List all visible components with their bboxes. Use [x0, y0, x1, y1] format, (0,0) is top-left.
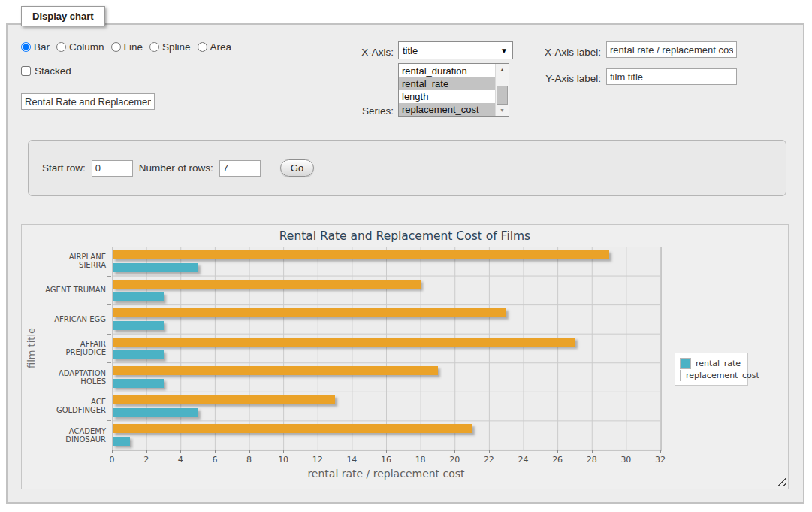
stacked-checkbox-row[interactable]: Stacked	[21, 65, 71, 77]
bar-replacement_cost	[113, 366, 438, 375]
scroll-down-icon[interactable]: ▼	[496, 105, 509, 116]
x-tick-label: 32	[655, 455, 666, 465]
y-category-label: AIRPLANE SIERRA	[40, 247, 106, 276]
series-scrollbar[interactable]: ▲ ▼	[495, 64, 509, 116]
y-category-label: AFRICAN EGG	[40, 304, 106, 334]
chart-type-radios: BarColumnLineSplineArea	[21, 41, 238, 53]
x-axis-tick	[352, 450, 352, 453]
series-option-rental_duration[interactable]: rental_duration	[399, 65, 495, 77]
y-axis-tick	[107, 247, 111, 247]
radio-label: Line	[124, 41, 143, 53]
series-option-replacement_cost[interactable]: replacement_cost	[399, 103, 495, 116]
y-axis-tick	[107, 450, 111, 450]
x-axis-tick	[660, 450, 661, 453]
resize-handle-icon[interactable]	[777, 477, 786, 486]
start-row-label: Start row:	[42, 162, 86, 174]
bar-replacement_cost	[113, 424, 472, 433]
bar-rental_rate	[113, 321, 164, 330]
x-axis-tick	[386, 450, 387, 453]
x-tick-label: 18	[415, 455, 426, 465]
x-axis-tick	[454, 450, 455, 453]
start-row-input[interactable]	[92, 160, 133, 177]
row-range-panel: Start row: Number of rows: Go	[28, 140, 786, 196]
y-axis-tick	[107, 304, 111, 305]
y-category-label: ACADEMY DINOSAUR	[40, 420, 106, 450]
legend-label: rental_rate	[696, 359, 741, 368]
bar-rental_rate	[113, 350, 164, 359]
chart-type-option-line[interactable]: Line	[111, 41, 143, 53]
display-chart-legend: Display chart	[21, 6, 105, 26]
chart-type-option-bar[interactable]: Bar	[21, 41, 50, 53]
x-axis-tick	[626, 450, 626, 453]
x-axis-tick	[489, 450, 490, 453]
legend-swatch-icon	[680, 358, 691, 369]
scrollbar-thumb[interactable]	[497, 86, 508, 105]
stacked-checkbox[interactable]	[21, 66, 31, 76]
x-tick-label: 20	[449, 455, 460, 465]
y-axis-tick	[107, 276, 111, 277]
legend-item: replacement_cost	[680, 369, 747, 381]
stacked-label: Stacked	[35, 65, 71, 77]
num-rows-label: Number of rows:	[139, 162, 213, 174]
bar-replacement_cost	[113, 308, 506, 317]
series-options: rental_durationrental_ratelengthreplacem…	[399, 64, 495, 116]
chart-title-input[interactable]	[21, 93, 155, 110]
chart-legend: rental_ratereplacement_cost	[675, 353, 748, 386]
x-axis-tick	[592, 450, 593, 453]
x-tick-label: 22	[484, 455, 494, 465]
legend-swatch-icon	[680, 370, 681, 381]
x-tick-label: 14	[346, 455, 357, 465]
radio-label: Bar	[34, 41, 50, 53]
x-axis-label-input[interactable]	[606, 41, 737, 58]
x-tick-label: 24	[518, 455, 529, 465]
go-button[interactable]: Go	[280, 159, 314, 177]
x-tick-label: 10	[278, 455, 288, 465]
bar-rental_rate	[113, 263, 198, 272]
x-axis-select[interactable]: title ▼	[398, 41, 513, 59]
page: Display chart BarColumnLineSplineArea St…	[0, 0, 812, 512]
x-tick-label: 12	[312, 455, 323, 465]
radio-icon[interactable]	[111, 42, 121, 52]
x-axis-tick	[180, 450, 181, 453]
legend-item: rental_rate	[680, 357, 747, 369]
radio-label: Area	[210, 41, 232, 53]
chart-title: Rental Rate and Replacement Cost of Film…	[22, 229, 788, 243]
series-option-rental_rate[interactable]: rental_rate	[399, 77, 495, 90]
y-axis-label-label: Y-Axis label:	[521, 73, 601, 84]
plot-area	[112, 247, 662, 451]
chart-type-option-column[interactable]: Column	[56, 41, 104, 53]
chart-type-option-spline[interactable]: Spline	[149, 41, 191, 53]
bar-rental_rate	[113, 292, 164, 301]
series-option-length[interactable]: length	[399, 90, 495, 103]
y-category-label: ADAPTATION HOLES	[40, 362, 106, 392]
bar-replacement_cost	[113, 338, 575, 347]
radio-icon[interactable]	[149, 42, 159, 52]
num-rows-input[interactable]	[219, 160, 261, 177]
radio-icon[interactable]	[198, 42, 207, 52]
radio-icon[interactable]	[56, 42, 66, 52]
radio-label: Column	[69, 41, 104, 53]
y-axis-tick	[107, 420, 111, 421]
x-axis-selected-value: title	[403, 45, 418, 56]
y-category-label: AGENT TRUMAN	[40, 276, 106, 305]
series-multiselect[interactable]: rental_durationrental_ratelengthreplacem…	[398, 63, 509, 117]
radio-label: Spline	[162, 41, 191, 53]
series-select-label: Series:	[315, 105, 394, 117]
x-axis-select-label: X-Axis:	[315, 47, 394, 58]
bar-replacement_cost	[113, 280, 421, 289]
scroll-up-icon[interactable]: ▲	[496, 64, 509, 75]
radio-icon[interactable]	[21, 42, 31, 52]
y-axis-tick	[107, 362, 111, 363]
bar-replacement_cost	[113, 395, 335, 404]
x-tick-label: 8	[246, 455, 252, 465]
x-tick-label: 4	[178, 455, 183, 465]
x-axis-tick	[421, 450, 421, 453]
x-tick-label: 6	[212, 455, 217, 465]
legend-label: replacement_cost	[686, 371, 759, 380]
x-axis-tick	[557, 450, 558, 453]
x-axis-tick	[283, 450, 284, 453]
chart-type-option-area[interactable]: Area	[198, 41, 232, 53]
y-axis-title: film title	[25, 247, 37, 450]
y-axis-tick	[107, 392, 111, 392]
y-axis-label-input[interactable]	[606, 68, 737, 85]
